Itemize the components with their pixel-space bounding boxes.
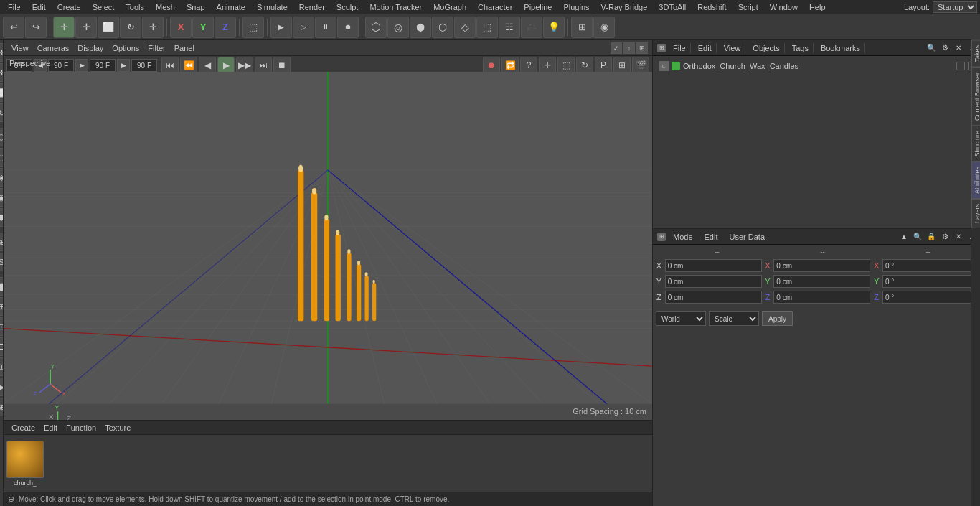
attr-search-icon[interactable]: 🔍 xyxy=(912,231,923,243)
x-axis-btn[interactable]: X xyxy=(170,17,192,38)
tab-structure[interactable]: Structure xyxy=(971,126,980,162)
menu-window[interactable]: Window xyxy=(765,2,803,12)
menu-simulate[interactable]: Simulate xyxy=(252,2,293,12)
obj-visibility-check[interactable] xyxy=(956,62,965,70)
attr-tab-mode[interactable]: Mode xyxy=(669,232,697,242)
obj-close-icon[interactable]: ✕ xyxy=(953,42,964,54)
menu-character[interactable]: Character xyxy=(473,2,517,12)
viewport-layout-btn[interactable]: ⊞ xyxy=(571,17,593,38)
attr-up-icon[interactable]: ▲ xyxy=(898,231,910,243)
rotate-mode-btn[interactable]: ↻ xyxy=(120,17,141,38)
menu-vray[interactable]: V-Ray Bridge xyxy=(596,2,653,12)
obj-tab-bookmarks[interactable]: Bookmarks xyxy=(816,43,865,53)
menu-3dtoall[interactable]: 3DToAll xyxy=(654,2,691,12)
menu-tools[interactable]: Tools xyxy=(121,2,149,12)
obj-settings-icon[interactable]: ⚙ xyxy=(939,42,951,54)
vp-menu-options[interactable]: Options xyxy=(108,43,143,53)
undo-button[interactable]: ↩ xyxy=(3,17,24,38)
pos-y-input[interactable] xyxy=(665,275,762,288)
mat-menu-create[interactable]: Create xyxy=(8,423,39,433)
render-settings-btn[interactable]: ⏸ xyxy=(315,17,336,38)
material-thumbnail[interactable] xyxy=(6,441,44,478)
transform-mode-btn[interactable]: ✛ xyxy=(142,17,164,38)
pos-x-input[interactable] xyxy=(665,259,762,272)
mat-menu-function[interactable]: Function xyxy=(62,423,100,433)
rot-x-input[interactable] xyxy=(882,259,979,272)
menu-plugins[interactable]: Plugins xyxy=(558,2,594,12)
pos-z-input[interactable] xyxy=(665,291,762,304)
deformer-btn[interactable]: ☷ xyxy=(499,17,520,38)
viewport-3d[interactable]: X Y Z X Y xyxy=(4,56,652,420)
tab-layers[interactable]: Layers xyxy=(971,199,980,228)
vp-menu-cameras[interactable]: Cameras xyxy=(34,43,73,53)
scale-mode-btn[interactable]: ⬜ xyxy=(98,17,119,38)
layout-dropdown[interactable]: Startup xyxy=(933,1,977,13)
tab-attributes[interactable]: Attributes xyxy=(971,161,980,199)
scale-z-input[interactable] xyxy=(773,291,870,304)
scale-x-input[interactable] xyxy=(773,259,870,272)
attr-settings-icon[interactable]: ⚙ xyxy=(939,231,951,243)
menu-motion-tracker[interactable]: Motion Tracker xyxy=(364,2,427,12)
obj-search-icon[interactable]: 🔍 xyxy=(925,42,937,54)
attr-tab-edit[interactable]: Edit xyxy=(700,232,722,242)
obj-tab-objects[interactable]: Objects xyxy=(748,43,784,53)
menu-snap[interactable]: Snap xyxy=(182,2,210,12)
y-axis-btn[interactable]: Y xyxy=(192,17,214,38)
render-viewport-btn[interactable]: ▷ xyxy=(293,17,314,38)
menu-sculpt[interactable]: Sculpt xyxy=(331,2,364,12)
move-mode-btn[interactable]: ✛ xyxy=(75,17,97,38)
attr-close-icon[interactable]: ✕ xyxy=(953,231,964,243)
redo-button[interactable]: ↪ xyxy=(25,17,47,38)
menu-pipeline[interactable]: Pipeline xyxy=(519,2,557,12)
render-queue-btn[interactable]: ⏺ xyxy=(337,17,359,38)
spline-btn[interactable]: ◇ xyxy=(454,17,476,38)
obj-tab-file[interactable]: File xyxy=(669,43,691,53)
camera-btn[interactable]: 🎥 xyxy=(521,17,542,38)
plane-btn[interactable]: ⬡ xyxy=(432,17,453,38)
light-btn[interactable]: 💡 xyxy=(543,17,565,38)
vp-layout-btn[interactable]: ⊞ xyxy=(636,42,648,54)
menu-script[interactable]: Script xyxy=(733,2,763,12)
table-row[interactable]: L Orthodox_Church_Wax_Candles xyxy=(657,59,978,73)
render-region-btn[interactable]: ▶ xyxy=(270,17,292,38)
obj-tab-edit[interactable]: Edit xyxy=(694,43,717,53)
rot-z-input[interactable] xyxy=(882,291,979,304)
mat-menu-edit[interactable]: Edit xyxy=(40,423,61,433)
nurbs-btn[interactable]: ⬚ xyxy=(476,17,498,38)
scale-dropdown[interactable]: Scale xyxy=(709,311,759,326)
material-item[interactable]: church_ xyxy=(6,441,44,487)
attr-lock-icon[interactable]: 🔒 xyxy=(925,231,937,243)
sphere-btn[interactable]: ◎ xyxy=(387,17,409,38)
menu-create[interactable]: Create xyxy=(52,2,86,12)
menu-redshift[interactable]: Redshift xyxy=(692,2,731,12)
menu-edit[interactable]: Edit xyxy=(27,2,51,12)
apply-button[interactable]: Apply xyxy=(762,311,793,326)
menu-animate[interactable]: Animate xyxy=(212,2,250,12)
obj-tab-view[interactable]: View xyxy=(720,43,746,53)
menu-file[interactable]: File xyxy=(3,2,26,12)
vp-menu-filter[interactable]: Filter xyxy=(144,43,169,53)
menu-select[interactable]: Select xyxy=(88,2,120,12)
tab-content-browser[interactable]: Content Browser xyxy=(971,67,980,126)
vp-menu-display[interactable]: Display xyxy=(74,43,107,53)
menu-mograph[interactable]: MoGraph xyxy=(428,2,471,12)
menu-render[interactable]: Render xyxy=(294,2,330,12)
attr-tab-userdata[interactable]: User Data xyxy=(725,232,770,242)
menu-help[interactable]: Help xyxy=(804,2,831,12)
cube-btn[interactable]: ⬡ xyxy=(365,17,387,38)
z-axis-btn[interactable]: Z xyxy=(215,17,236,38)
vp-menu-view[interactable]: View xyxy=(8,43,32,53)
rot-y-input[interactable] xyxy=(882,275,979,288)
scale-y-input[interactable] xyxy=(773,275,870,288)
vp-menu-panel[interactable]: Panel xyxy=(171,43,198,53)
obj-tab-tags[interactable]: Tags xyxy=(788,43,814,53)
object-point-btn[interactable]: ⬚ xyxy=(242,17,264,38)
viewport[interactable]: View Cameras Display Options Filter Pane… xyxy=(4,40,652,420)
world-dropdown[interactable]: World xyxy=(656,311,706,326)
cylinder-btn[interactable]: ⬢ xyxy=(410,17,431,38)
tab-takes[interactable]: Takes xyxy=(971,40,980,67)
vp-expand-btn[interactable]: ⤢ xyxy=(611,42,622,54)
vp-swap-btn[interactable]: ↕ xyxy=(623,42,635,54)
viewport-shading-btn[interactable]: ◉ xyxy=(593,17,615,38)
select-mode-btn[interactable]: ✛ xyxy=(53,17,75,38)
